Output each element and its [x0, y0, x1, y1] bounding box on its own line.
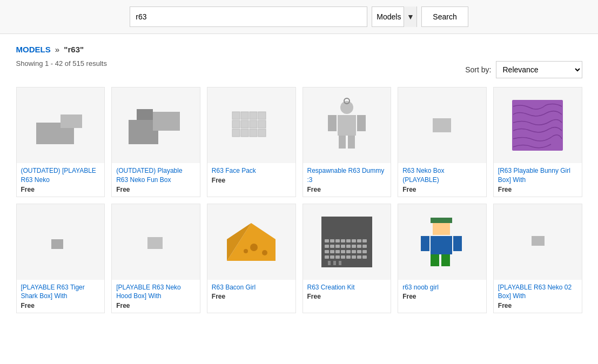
card-thumbnail — [494, 87, 582, 163]
card-title[interactable]: (OUTDATED) [PLAYABLE R63 Neko — [21, 166, 100, 185]
svg-rect-51 — [330, 250, 334, 253]
svg-rect-20 — [357, 115, 366, 131]
card-title[interactable]: (OUTDATED) Playable R63 Neko Fun Box — [116, 166, 196, 185]
card-thumbnail — [398, 87, 486, 163]
list-item[interactable]: [PLAYABLE R63 Neko 02 Box] With Free — [493, 204, 582, 314]
card-title[interactable]: R63 Face Pack — [212, 166, 291, 176]
card-thumbnail — [112, 87, 200, 163]
card-title[interactable]: [R63 Playable Bunny Girl Box] With — [498, 166, 577, 185]
svg-rect-45 — [341, 245, 345, 248]
card-price: Free — [307, 293, 387, 300]
card-info: [R63 Playable Bunny Girl Box] With Free — [494, 163, 582, 197]
list-item[interactable]: (OUTDATED) Playable R63 Neko Fun Box Fre… — [111, 87, 200, 197]
card-info: r63 noob girl Free — [398, 280, 486, 304]
card-title[interactable]: [PLAYABLE R63 Tiger Shark Box] With — [21, 283, 100, 301]
svg-rect-64 — [357, 255, 361, 259]
svg-rect-72 — [421, 236, 429, 251]
breadcrumb: MODELS » "r63" — [16, 45, 582, 54]
card-price: Free — [498, 186, 577, 193]
svg-rect-21 — [339, 136, 346, 149]
card-thumbnail — [17, 204, 105, 280]
list-item[interactable]: r63 noob girl Free — [398, 204, 487, 314]
card-price: Free — [212, 177, 291, 184]
svg-rect-49 — [362, 245, 367, 248]
svg-rect-63 — [352, 255, 356, 259]
search-button[interactable]: Search — [421, 6, 468, 27]
card-title[interactable]: [PLAYABLE R63 Neko 02 Box] With — [498, 283, 577, 301]
list-item[interactable]: [PLAYABLE R63 Neko Hood Box] With Free — [111, 204, 200, 314]
card-title[interactable]: R63 Neko Box (PLAYABLE) — [402, 166, 482, 185]
list-item[interactable]: Respawnable R63 Dummy :3 Free — [303, 87, 392, 197]
svg-rect-12 — [258, 120, 266, 128]
card-thumbnail — [303, 204, 391, 280]
card-info: (OUTDATED) [PLAYABLE R63 Neko Free — [17, 163, 105, 197]
svg-rect-44 — [335, 245, 340, 248]
list-item[interactable]: R63 Bacon Girl Free — [207, 204, 296, 314]
category-dropdown[interactable]: Models Plugins Decals Audio Meshes — [372, 6, 416, 27]
svg-rect-7 — [250, 112, 257, 119]
card-thumbnail — [17, 87, 105, 163]
top-bar: Models Plugins Decals Audio Meshes ▼ Sea… — [0, 0, 598, 34]
svg-rect-39 — [352, 239, 356, 242]
svg-rect-42 — [325, 245, 329, 248]
card-title[interactable]: R63 Creation Kit — [307, 283, 387, 292]
svg-rect-27 — [147, 237, 163, 249]
main-content: MODELS » "r63" Showing 1 - 42 of 515 res… — [8, 34, 591, 324]
list-item[interactable]: R63 Creation Kit Free — [303, 204, 392, 314]
card-price: Free — [21, 302, 100, 309]
svg-rect-73 — [453, 236, 462, 251]
svg-rect-35 — [330, 239, 334, 242]
card-title[interactable]: [PLAYABLE R63 Neko Hood Box] With — [116, 283, 196, 301]
sort-dropdown[interactable]: Relevance Most Favorited Most Visited Ne… — [496, 61, 582, 78]
svg-rect-26 — [51, 239, 63, 249]
card-price: Free — [116, 186, 196, 193]
list-item[interactable]: [R63 Playable Bunny Girl Box] With Free — [493, 87, 582, 197]
card-info: [PLAYABLE R63 Neko 02 Box] With Free — [494, 280, 582, 313]
svg-point-30 — [250, 244, 258, 251]
card-price: Free — [402, 293, 482, 300]
svg-rect-38 — [346, 239, 351, 242]
svg-rect-11 — [250, 120, 257, 128]
svg-rect-22 — [348, 136, 355, 149]
svg-rect-57 — [362, 250, 367, 253]
card-info: Respawnable R63 Dummy :3 Free — [303, 163, 391, 197]
svg-rect-67 — [333, 261, 336, 265]
card-info: R63 Creation Kit Free — [303, 280, 391, 304]
svg-rect-15 — [250, 129, 257, 137]
svg-rect-59 — [330, 255, 334, 259]
card-price: Free — [21, 186, 100, 193]
card-price: Free — [307, 186, 387, 193]
svg-rect-53 — [341, 250, 345, 253]
list-item[interactable]: [PLAYABLE R63 Tiger Shark Box] With Free — [16, 204, 105, 314]
card-title[interactable]: R63 Bacon Girl — [212, 283, 291, 292]
card-title[interactable]: r63 noob girl — [402, 283, 482, 292]
svg-rect-14 — [241, 129, 248, 137]
list-item[interactable]: (OUTDATED) [PLAYABLE R63 Neko Free — [16, 87, 105, 197]
card-info: R63 Bacon Girl Free — [207, 280, 295, 304]
card-info: [PLAYABLE R63 Tiger Shark Box] With Free — [17, 280, 105, 313]
card-price: Free — [402, 186, 482, 193]
svg-rect-58 — [325, 255, 329, 259]
svg-rect-40 — [357, 239, 361, 242]
svg-rect-36 — [335, 239, 340, 242]
svg-rect-24 — [433, 118, 451, 132]
svg-rect-5 — [232, 112, 240, 119]
svg-rect-65 — [362, 255, 367, 259]
svg-rect-10 — [241, 120, 248, 128]
breadcrumb-parent[interactable]: MODELS — [16, 45, 51, 54]
sort-label: Sort by: — [465, 65, 491, 74]
card-title[interactable]: Respawnable R63 Dummy :3 — [307, 166, 387, 185]
svg-rect-70 — [431, 218, 452, 223]
svg-rect-56 — [357, 250, 361, 253]
svg-rect-46 — [346, 245, 351, 248]
list-item[interactable]: R63 Neko Box (PLAYABLE) Free — [398, 87, 487, 197]
svg-rect-4 — [137, 109, 153, 120]
search-input[interactable] — [130, 6, 367, 27]
category-dropdown-wrapper: Models Plugins Decals Audio Meshes ▼ — [372, 6, 417, 27]
svg-rect-54 — [346, 250, 351, 253]
card-price: Free — [212, 293, 291, 300]
card-thumbnail — [494, 204, 582, 280]
list-item[interactable]: R63 Face Pack Free — [207, 87, 296, 197]
svg-rect-60 — [335, 255, 340, 259]
breadcrumb-separator: » — [55, 45, 59, 54]
